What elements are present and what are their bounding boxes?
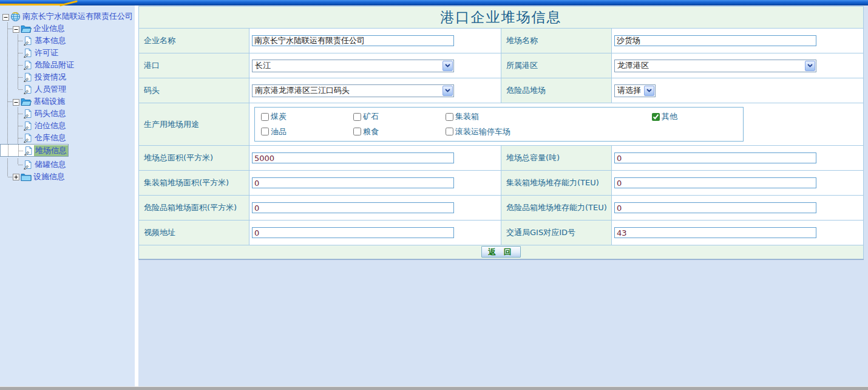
tree-item-label[interactable]: 基础设施	[32, 96, 66, 107]
tree-item-label[interactable]: 设施信息	[32, 171, 66, 182]
yard-name-input[interactable]	[614, 35, 816, 46]
tree-item[interactable]: 企业信息	[0, 22, 135, 35]
tree-item[interactable]: 南京长宁水陆联运有限责任公司	[0, 10, 135, 22]
yard-info-form: 港口企业堆场信息 企业名称 堆场名称 港口 长江	[138, 6, 864, 260]
tree-item[interactable]: 码头信息	[0, 108, 135, 120]
tree-guide	[13, 59, 23, 71]
usage-checkbox[interactable]	[261, 113, 269, 121]
tree-item[interactable]: 储罐信息	[0, 159, 135, 171]
total-area-input[interactable]	[252, 152, 454, 163]
tree-item[interactable]: 基本信息	[0, 35, 135, 47]
usage-option[interactable]: 粮食	[353, 126, 446, 137]
usage-option-label: 集装箱	[455, 111, 479, 122]
enterprise-name-input[interactable]	[252, 35, 454, 46]
chevron-down-icon[interactable]	[442, 86, 453, 96]
gis-id-input[interactable]	[614, 227, 816, 238]
usage-option-label: 油品	[271, 126, 287, 137]
container-capacity-input[interactable]	[614, 177, 816, 188]
container-area-input[interactable]	[252, 177, 454, 188]
tree-item-label[interactable]: 储罐信息	[33, 159, 67, 170]
tree-guide	[2, 132, 13, 144]
port-label: 港口	[139, 53, 249, 78]
tree-guide	[13, 132, 23, 144]
tree-item[interactable]: 堆场信息	[0, 144, 69, 157]
usage-checkbox[interactable]	[353, 128, 361, 135]
chevron-down-icon[interactable]	[644, 86, 654, 96]
dangerous-yard-label: 危险品堆场	[501, 78, 612, 103]
usage-option[interactable]: 滚装运输停车场	[446, 126, 652, 137]
nav-tree: 南京长宁水陆联运有限责任公司企业信息基本信息许可证危险品附证投资情况人员管理基础…	[0, 10, 135, 183]
tree-item[interactable]: 人员管理	[0, 83, 135, 95]
tree-item-label[interactable]: 许可证	[33, 47, 59, 58]
chevron-down-icon[interactable]	[805, 61, 815, 71]
button-row: 返 回	[139, 245, 864, 259]
expander-minus-icon[interactable]	[2, 13, 9, 20]
tree-guide	[2, 108, 13, 120]
tree-item-label[interactable]: 危险品附证	[33, 60, 75, 70]
doc-edit-icon	[23, 160, 33, 169]
usage-option-label: 矿石	[363, 111, 379, 122]
banner-gold-stripe	[0, 4, 63, 5]
tree-guide	[3, 145, 13, 157]
tree-guide	[13, 159, 23, 171]
dangerous-capacity-label: 危险品箱堆场堆存能力(TEU)	[501, 196, 612, 221]
tree-guide	[2, 47, 13, 59]
expander-minus-icon[interactable]	[13, 98, 19, 105]
port-area-select-value: 龙潭港区	[615, 60, 804, 71]
sidebar-nav: 南京长宁水陆联运有限责任公司企业信息基本信息许可证危险品附证投资情况人员管理基础…	[0, 5, 135, 386]
tree-guide	[2, 22, 13, 35]
usage-option[interactable]: 油品	[261, 126, 353, 137]
chevron-down-icon[interactable]	[442, 61, 453, 71]
dangerous-capacity-input[interactable]	[614, 202, 816, 213]
top-banner	[0, 0, 868, 5]
usage-checkbox[interactable]	[446, 128, 453, 135]
back-button[interactable]: 返 回	[481, 246, 521, 258]
usage-option-label: 滚装运输停车场	[455, 126, 510, 137]
tree-item[interactable]: 仓库信息	[0, 132, 135, 144]
port-area-select[interactable]: 龙潭港区	[614, 60, 816, 72]
doc-edit-icon	[23, 109, 33, 118]
usage-checkbox[interactable]	[446, 113, 453, 121]
usage-option[interactable]: 其他	[652, 111, 743, 122]
video-url-input[interactable]	[252, 227, 454, 238]
usage-checkbox[interactable]	[261, 128, 269, 135]
tree-item[interactable]: 基础设施	[0, 95, 135, 108]
tree-guide	[2, 95, 13, 108]
tree-guide	[2, 171, 13, 183]
tree-item-label[interactable]: 基本信息	[33, 35, 67, 46]
folder-icon	[21, 24, 32, 33]
port-select[interactable]: 长江	[252, 60, 454, 72]
tree-item-label[interactable]: 人员管理	[33, 84, 67, 95]
tree-item[interactable]: 泊位信息	[0, 120, 135, 132]
dangerous-yard-select[interactable]: 请选择	[614, 84, 656, 97]
tree-item-label[interactable]: 投资情况	[33, 72, 67, 83]
main-content: 港口企业堆场信息 企业名称 堆场名称 港口 长江	[135, 5, 868, 386]
expander-minus-icon[interactable]	[13, 26, 19, 32]
tree-item[interactable]: 危险品附证	[0, 59, 135, 71]
tree-item-label[interactable]: 企业信息	[32, 23, 66, 34]
tree-item-label[interactable]: 堆场信息	[34, 145, 68, 156]
usage-option[interactable]: 集装箱	[446, 111, 652, 122]
doc-edit-icon	[23, 60, 33, 70]
tree-item-label[interactable]: 仓库信息	[33, 132, 67, 143]
dangerous-area-input[interactable]	[252, 202, 454, 213]
wharf-select[interactable]: 南京港龙潭港区三江口码头	[252, 84, 454, 97]
usage-checkbox[interactable]	[353, 113, 361, 121]
tree-item[interactable]: 设施信息	[0, 171, 135, 183]
total-capacity-input[interactable]	[614, 152, 816, 163]
tree-item-label[interactable]: 南京长宁水陆联运有限责任公司	[21, 11, 134, 22]
tree-item-label[interactable]: 码头信息	[33, 108, 67, 119]
usage-option-label: 其他	[662, 111, 677, 122]
tree-item[interactable]: 许可证	[0, 47, 135, 59]
usage-option-label: 煤炭	[271, 111, 287, 122]
expander-plus-icon[interactable]	[13, 173, 19, 180]
tree-item[interactable]: 投资情况	[0, 71, 135, 83]
tree-guide	[2, 120, 13, 132]
tree-item-label[interactable]: 泊位信息	[33, 120, 67, 131]
usage-checkbox[interactable]	[652, 113, 660, 121]
tree-guide	[2, 83, 13, 95]
usage-option[interactable]: 煤炭	[261, 111, 353, 122]
video-url-label: 视频地址	[139, 221, 249, 245]
doc-edit-icon	[24, 146, 33, 156]
usage-option[interactable]: 矿石	[353, 111, 446, 122]
